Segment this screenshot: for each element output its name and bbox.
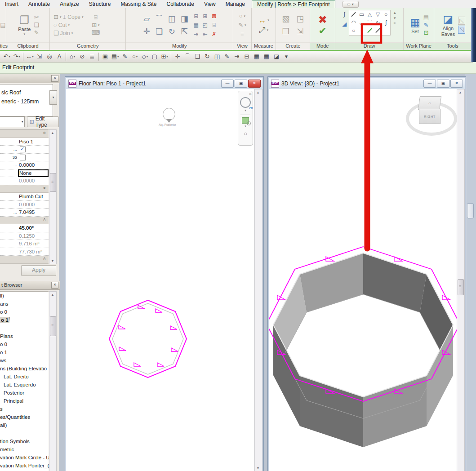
restore-button[interactable]: ▣ [437,80,449,88]
browser-item[interactable]: vation Mark Pointer_( [0,462,49,470]
floor-plan-vscrollbar[interactable]: ▲ ▼ [254,89,262,471]
separator[interactable] [97,52,100,61]
match-type-icon[interactable]: ✎ [34,30,39,36]
scrollbar-thumb[interactable] [458,279,464,295]
rotate-button[interactable]: ↻ [202,52,212,61]
browser-item[interactable]: o 1 [0,316,49,324]
draw-line-tool[interactable] [350,11,357,18]
scrollbar-thumb[interactable] [467,203,474,218]
measure-button[interactable]: ↔▾ [258,17,269,23]
unjoin-button[interactable]: ⊞▾ [92,22,99,28]
mirror-button[interactable]: ◫ [212,52,222,61]
slope-arrow-icon[interactable]: ◢ [342,21,347,27]
browser-item[interactable]: Lat. Esquerdo [0,381,49,389]
tag-button[interactable]: ◎ [44,52,54,61]
browser-item[interactable]: o 0 [0,308,49,316]
split-with-gap-icon[interactable]: ⊞ [201,12,209,20]
property-row[interactable]: Plumb Cut » [0,193,49,201]
draw-arc-tangent-tool[interactable]: ⌒ [366,19,374,27]
finish-edit-mode-button[interactable]: ✔ [318,26,326,36]
close-icon[interactable]: ✕ [51,75,58,82]
copy-to-clipboard-icon[interactable]: ❏ [34,22,39,28]
property-row[interactable]: ... » [0,146,49,154]
view-3d-canvas[interactable]: ⌂ RIGHT [269,89,458,471]
close-hidden-windows-button[interactable]: ▣ [100,52,110,61]
property-row[interactable]: ... 7.0495 » [0,209,49,217]
collapse-icon[interactable]: ⊖ [244,132,247,136]
browser-item[interactable]: Lat. Direito [0,373,49,381]
chevron-down-icon[interactable]: ▾ [245,109,246,112]
wall-joins-icon[interactable]: ⌸ [94,14,98,21]
browser-item[interactable]: o 1 [0,348,49,356]
array-button[interactable]: ▦ [252,52,262,61]
scrollbar-thumb[interactable] [50,173,56,192]
properties-scrollbar[interactable]: ▲ ▼ [49,129,57,264]
trim-multiple-icon[interactable]: ⇤ [201,30,209,38]
close-icon[interactable]: ✕ [51,282,58,289]
browser-item[interactable]: ws [0,356,49,364]
workplane-viewer-button[interactable]: ◪ [271,52,281,61]
aligned-dimension-button[interactable]: ⇲ [35,52,44,61]
browser-item[interactable]: s [0,405,49,413]
trim-extend-icon[interactable]: ⇱ [178,26,190,37]
align-icon[interactable]: ▱ [141,13,152,25]
beam-join-icon[interactable]: ⌨ [92,30,100,36]
separator[interactable] [64,52,67,61]
property-row[interactable]: ss » [0,154,49,162]
properties-icon[interactable]: ▤ [0,22,5,28]
rotate-icon[interactable]: ↻ [166,26,178,37]
view-override-button[interactable]: ✎▾ [238,22,246,28]
ribbon-tab[interactable]: Annotate [23,0,55,8]
sketch-line-octagon[interactable] [109,300,187,378]
ribbon-tab[interactable]: Massing & Site [116,0,161,8]
apply-button[interactable]: Apply [21,265,56,276]
thin-lines-button[interactable]: ≣ [87,52,97,61]
scroll-down-icon[interactable]: ▼ [50,258,55,264]
property-row[interactable]: » [0,130,49,138]
property-row[interactable]: » [0,185,49,193]
chevron-down-icon[interactable]: ▾ [245,124,246,128]
property-row[interactable]: 0.0000 » [0,201,49,209]
draw-ellipse-tool[interactable]: ○ [350,27,357,35]
property-row[interactable]: 0.1250 » [0,232,49,240]
minimize-button[interactable]: — [221,80,234,88]
hide-icon[interactable]: ≡ [240,31,244,37]
draw-expand-icon[interactable]: ≡ [394,22,396,26]
draw-arc-fillet-tool[interactable]: ∿ [374,19,382,27]
project-browser-header[interactable]: t Browser ✕ [0,281,60,290]
steering-wheel-icon[interactable] [240,97,251,108]
section-button[interactable]: ⊘ [77,52,87,61]
browser-scrollbar[interactable]: ▲ [49,291,57,471]
property-row[interactable]: » [0,217,49,225]
pick-walls-tool[interactable] [374,27,382,35]
copy-button[interactable]: ❏ [192,52,202,61]
default-3d-view-button[interactable]: ⌂ [67,52,77,61]
array-icon[interactable]: ▦ [192,21,200,29]
cope-button[interactable]: ⊟▾ ⌶ Cope ▾ [53,14,83,20]
checkbox[interactable] [20,147,26,152]
boundary-line-icon[interactable]: ∫ [343,11,345,18]
undo-button[interactable]: ↶ [2,52,12,61]
property-row[interactable]: None » [0,169,49,178]
mirror-draw-button[interactable]: ✎ [222,52,232,61]
draw-spline-tool[interactable]: ʃ [382,19,390,27]
restore-button[interactable]: ▣ [235,80,247,88]
draw-circumscribed-polygon-tool[interactable]: ▽ [374,11,382,18]
group-button[interactable]: ⊞ [160,52,169,61]
create-group-icon[interactable]: ▧ [279,13,293,25]
zoom-region-icon[interactable] [242,117,249,124]
draw-circle-tool[interactable]: ○ [382,11,390,18]
create-parts-icon[interactable]: ⇲ [294,26,307,37]
select-button[interactable]: ◇ [140,52,150,61]
split-button[interactable]: ⊟ [242,52,252,61]
section-chevron-icon[interactable]: » [42,132,47,134]
scroll-down-icon[interactable]: ▼ [255,465,261,471]
ribbon-tab-active[interactable]: Modify | Roofs > Edit Footprint [252,0,335,8]
scroll-up-icon[interactable]: ▲ [50,130,55,136]
draw-scroll-down-icon[interactable]: ▼ [393,16,396,20]
close-button[interactable]: ✕ [450,80,463,88]
draw-extra-tool[interactable] [382,27,390,35]
roof-footprint-sketch[interactable] [66,89,255,471]
customize-qat-button[interactable]: ▾ [281,52,291,61]
view-3d-titlebar[interactable]: 3D View: {3D} - Project1 — ▣ ✕ [269,78,465,89]
